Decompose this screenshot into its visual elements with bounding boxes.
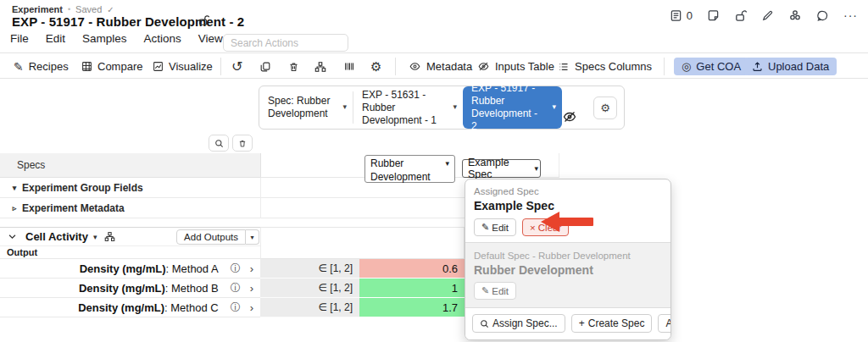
menu-actions[interactable]: Actions — [144, 32, 181, 45]
column-divider — [260, 178, 261, 218]
specs-columns-button[interactable]: Specs Columns — [558, 58, 652, 75]
page-title: EXP - 51917 - Rubber Development - 2 — [12, 14, 244, 29]
tab-exp-51631[interactable]: EXP - 51631 - Rubber Development - 1 ▾ — [353, 86, 463, 129]
gear-icon: ⚙ — [370, 60, 381, 73]
more-menu-icon[interactable]: ··· — [843, 8, 858, 22]
pen-icon[interactable] — [761, 9, 774, 22]
molecule-icon[interactable] — [788, 8, 802, 22]
create-spec-button[interactable]: + Create Spec — [571, 314, 653, 333]
constraint-cell-method-c[interactable]: ∈ [1, 2] — [260, 298, 359, 317]
sticky-note-icon[interactable] — [707, 9, 720, 22]
undo-icon: ↺ — [231, 60, 242, 74]
arrow-tail — [558, 218, 593, 226]
search-icon — [480, 319, 489, 328]
add-outputs-caret-button[interactable]: ▾ — [246, 229, 259, 245]
notes-doc-icon[interactable] — [670, 9, 682, 22]
menu-edit[interactable]: Edit — [46, 32, 65, 45]
chart-icon — [153, 61, 164, 72]
chevron-down-icon: ▾ — [453, 102, 457, 112]
hide-tab-eye-off-icon[interactable] — [562, 110, 577, 124]
sitemap-icon — [314, 61, 326, 73]
assigned-spec-column-dropdown[interactable]: Example Spec ▾ — [462, 159, 541, 178]
menu-file[interactable]: File — [10, 32, 29, 45]
tab-exp-51917-selected[interactable]: EXP - 51917 - Rubber Development - 2 ▾ — [463, 86, 562, 129]
sitemap-icon[interactable] — [104, 231, 115, 242]
save-status: Saved — [75, 4, 102, 14]
chevron-down-icon: ▾ — [250, 234, 253, 241]
default-spec-section: Default Spec - Rubber Development Rubber… — [465, 242, 670, 308]
chevron-down-icon[interactable] — [8, 232, 17, 241]
visualize-button[interactable]: Visualize — [153, 58, 213, 75]
upload-data-button[interactable]: Upload Data — [744, 58, 837, 75]
get-coa-button[interactable]: ◎ Get COA — [674, 58, 748, 75]
menu-samples[interactable]: Samples — [82, 32, 127, 45]
chevron-right-icon[interactable]: › — [250, 301, 253, 314]
tab-spec-rubber-development[interactable]: Spec: Rubber Development ▾ — [259, 86, 353, 129]
cell-activity-header[interactable]: Cell Activity ▾ Add Outputs ▾ — [0, 228, 260, 246]
barcode-button[interactable] — [343, 58, 355, 75]
search-actions-input[interactable] — [223, 34, 348, 52]
chevron-down-icon: ▾ — [534, 164, 538, 173]
compare-button[interactable]: Compare — [81, 58, 142, 75]
recipes-button[interactable]: ✎ Recipes — [14, 58, 69, 75]
header-icon-row: 0 ··· — [670, 8, 858, 22]
eye-icon — [409, 61, 421, 72]
toolbar-separator — [664, 58, 665, 75]
breadcrumb: Experiment • Saved ✓ — [12, 4, 114, 14]
tab-settings-button[interactable]: ⚙ — [593, 97, 617, 119]
chat-icon[interactable] — [816, 9, 829, 22]
chevron-down-icon[interactable]: ▾ — [93, 233, 97, 241]
metadata-toggle-button[interactable]: Metadata — [409, 58, 472, 75]
undo-button[interactable]: ↺ — [231, 58, 242, 75]
edit-default-spec-button[interactable]: ✎ Edit — [474, 282, 516, 300]
chevron-right-icon[interactable]: › — [250, 262, 253, 275]
constraint-cell-method-a[interactable]: ∈ [1, 2] — [260, 259, 359, 279]
assigned-spec-section: Assigned Spec Example Spec ✎ Edit × Clea… — [465, 179, 670, 242]
table-search-button[interactable] — [209, 135, 229, 152]
hierarchy-button[interactable] — [314, 58, 326, 75]
cell-activity-panel: Cell Activity ▾ Add Outputs ▾ Output Den… — [0, 227, 260, 317]
table-row-density-method-c[interactable]: Density (mg/mL): Method C ⓘ › — [0, 298, 260, 317]
copy-icon — [259, 61, 271, 73]
toolbar-separator — [395, 58, 396, 75]
popup-footer: Assign Spec... + Create Spec Add Outputs… — [465, 308, 670, 339]
triangle-right-icon[interactable]: ▹ — [7, 204, 22, 212]
unlock-icon[interactable] — [198, 14, 209, 26]
notes-count: 0 — [687, 9, 693, 22]
eye-off-icon — [477, 61, 490, 72]
add-outputs-button[interactable]: Add Outputs — [176, 229, 246, 245]
toolbar: ✎ Recipes Compare Visualize ↺ — [0, 52, 868, 79]
value-cell-method-c[interactable]: 1.7 — [359, 298, 465, 317]
assign-spec-button[interactable]: Assign Spec... — [472, 314, 565, 333]
settings-button[interactable]: ⚙ — [370, 58, 381, 75]
spec-assignment-popup: Assigned Spec Example Spec ✎ Edit × Clea… — [465, 179, 671, 340]
constraint-cell-method-b[interactable]: ∈ [1, 2] — [260, 279, 359, 298]
specs-header-cell: Specs — [0, 153, 260, 178]
check-icon: ✓ — [107, 5, 114, 14]
annotation-arrow-pointing-to-clear — [541, 212, 593, 232]
duplicate-button[interactable] — [259, 58, 271, 75]
value-cell-method-a[interactable]: 0.6 — [359, 259, 465, 279]
info-icon[interactable]: ⓘ — [231, 262, 241, 276]
chevron-down-icon: ▾ — [445, 159, 449, 169]
table-trash-button[interactable] — [232, 135, 253, 152]
menu-view[interactable]: View — [198, 32, 223, 45]
value-cell-method-b[interactable]: 1 — [359, 279, 465, 298]
search-icon — [214, 139, 224, 148]
add-outputs-popup-button[interactable]: Add Outputs... — [658, 314, 671, 333]
table-row-density-method-a[interactable]: Density (mg/mL): Method A ⓘ › — [0, 259, 260, 279]
default-spec-name: Rubber Development — [474, 263, 662, 277]
info-icon[interactable]: ⓘ — [231, 281, 241, 295]
assigned-spec-label: Assigned Spec — [474, 186, 662, 196]
info-icon[interactable]: ⓘ — [231, 301, 241, 315]
triangle-down-icon[interactable]: ▾ — [7, 184, 22, 192]
toolbar-separator — [220, 58, 221, 75]
edit-assigned-spec-button[interactable]: ✎ Edit — [474, 218, 516, 236]
barcode-icon — [343, 61, 355, 72]
default-spec-column-dropdown[interactable]: Rubber Development ▾ — [364, 155, 455, 183]
table-row-density-method-b[interactable]: Density (mg/mL): Method B ⓘ › — [0, 279, 260, 298]
delete-button[interactable] — [288, 58, 299, 75]
chevron-right-icon[interactable]: › — [250, 282, 253, 295]
inputs-table-toggle-button[interactable]: Inputs Table — [477, 58, 554, 75]
unlock-icon[interactable] — [734, 9, 747, 22]
